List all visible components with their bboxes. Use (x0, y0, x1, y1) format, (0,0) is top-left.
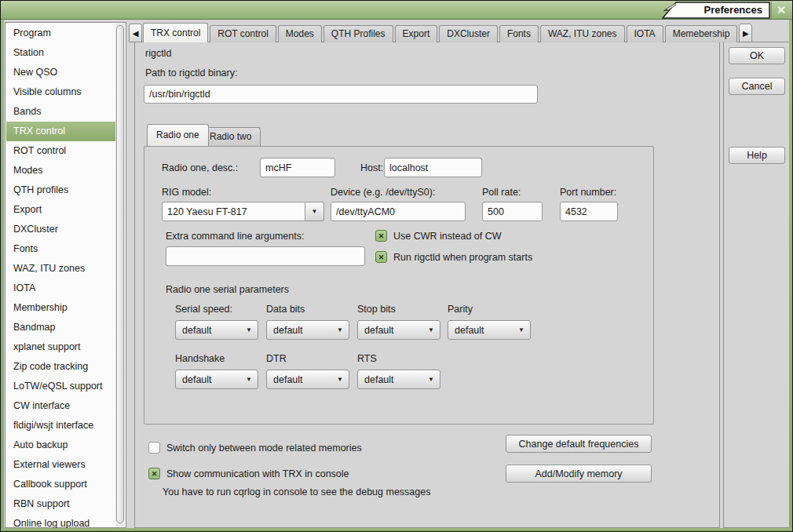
window-title: Preferences (704, 4, 762, 16)
stop-bits-dropdown[interactable]: default▼ (357, 320, 440, 340)
parity-value: default (448, 325, 513, 336)
sidebar-item-new-qso[interactable]: New QSO (6, 63, 116, 82)
sidebar-item-callbook-support[interactable]: Callbook support (6, 475, 116, 494)
sidebar-item-auto-backup[interactable]: Auto backup (6, 435, 116, 455)
device-input[interactable] (331, 202, 466, 221)
sidebar-item-external-viewers[interactable]: External viewers (6, 455, 116, 475)
tab-fonts[interactable]: Fonts (499, 25, 539, 42)
tab-rot-control[interactable]: ROT control (210, 25, 276, 42)
tab-modes[interactable]: Modes (278, 25, 322, 42)
sidebar-item-program[interactable]: Program (6, 24, 116, 43)
stop-bits-value: default (358, 325, 422, 336)
cwr-checkbox[interactable]: ✕ (375, 230, 387, 242)
data-bits-value: default (267, 325, 331, 336)
tab-scroll-right-button[interactable]: ▶ (739, 24, 752, 42)
switch-memories-checkbox-label: Switch only between mode related memorie… (166, 443, 362, 454)
show-comm-checkbox[interactable]: ✕ (148, 468, 160, 479)
pencil-icon (662, 2, 678, 13)
sidebar-item-dxcluster[interactable]: DXCluster (6, 220, 116, 239)
chevron-down-icon: ▼ (331, 376, 349, 383)
sidebar-item-qth-profiles[interactable]: QTH profiles (6, 180, 116, 200)
sidebar-item-station[interactable]: Station (6, 43, 116, 63)
sidebar-item-membership[interactable]: Membership (6, 298, 116, 318)
dtr-label: DTR (266, 353, 287, 364)
rig-model-combo[interactable]: 120 Yaesu FT-817 (162, 202, 305, 221)
tab-waz-itu-zones[interactable]: WAZ, ITU zones (540, 25, 625, 42)
chevron-down-icon: ▼ (240, 376, 258, 383)
rig-model-label: RIG model: (162, 187, 211, 198)
data-bits-label: Data bits (266, 304, 305, 315)
sidebar-item-export[interactable]: Export (6, 200, 116, 220)
dtr-value: default (267, 374, 331, 385)
parity-label: Parity (448, 304, 473, 315)
data-bits-dropdown[interactable]: default▼ (266, 320, 349, 340)
serial-speed-value: default (176, 325, 240, 336)
poll-rate-input[interactable] (482, 202, 543, 221)
ok-button[interactable]: OK (729, 47, 785, 64)
sidebar-item-zip-code-tracking[interactable]: Zip code tracking (6, 357, 116, 377)
rigctld-path-input[interactable] (144, 85, 538, 104)
sidebar-item-trx-control[interactable]: TRX control (6, 122, 116, 141)
sidebar-item-xplanet-support[interactable]: xplanet support (6, 337, 116, 357)
tab-qth-profiles[interactable]: QTH Profiles (323, 25, 393, 42)
sidebar-item-rbn-support[interactable]: RBN support (6, 494, 116, 514)
tab-dxcluster[interactable]: DXCluster (439, 25, 498, 42)
parity-dropdown[interactable]: default▼ (448, 320, 531, 340)
rts-value: default (358, 374, 422, 385)
sidebar: ProgramStationNew QSOVisible columnsBand… (5, 22, 126, 528)
chevron-down-icon: ▼ (331, 326, 349, 333)
chevron-down-icon: ▼ (240, 326, 258, 333)
switch-memories-checkbox-row: Switch only between mode related memorie… (148, 442, 362, 454)
tab-radio-two[interactable]: Radio two (200, 127, 261, 146)
poll-rate-label: Poll rate: (482, 187, 521, 198)
cancel-button[interactable]: Cancel (729, 78, 785, 95)
switch-memories-checkbox[interactable] (148, 442, 160, 454)
show-comm-checkbox-label: Show communication with TRX in console (166, 468, 349, 479)
port-number-input[interactable] (560, 202, 618, 221)
rigctld-section-label: rigctld (145, 48, 171, 59)
radio-one-desc-label: Radio one, desc.: (162, 162, 238, 173)
host-input[interactable] (384, 158, 482, 177)
sidebar-scrollbar[interactable] (115, 24, 125, 527)
tab-radio-one[interactable]: Radio one (147, 124, 209, 146)
sidebar-item-rot-control[interactable]: ROT control (6, 141, 116, 161)
add-modify-memory-button[interactable]: Add/Modify memory (506, 465, 652, 483)
sidebar-item-waz-itu-zones[interactable]: WAZ, ITU zones (6, 259, 116, 279)
sidebar-item-bands[interactable]: Bands (6, 102, 116, 122)
sidebar-item-fldigi-wsjt-interface[interactable]: fldigi/wsjt interface (6, 416, 116, 435)
tab-iota[interactable]: IOTA (627, 25, 663, 42)
rts-label: RTS (357, 353, 377, 364)
tab-export[interactable]: Export (395, 25, 438, 42)
handshake-dropdown[interactable]: default▼ (175, 370, 258, 389)
sidebar-item-modes[interactable]: Modes (6, 161, 116, 180)
sidebar-item-iota[interactable]: IOTA (6, 279, 116, 298)
sidebar-scrollbar-thumb[interactable] (116, 25, 124, 523)
dtr-dropdown[interactable]: default▼ (266, 370, 349, 389)
sidebar-item-bandmap[interactable]: Bandmap (6, 318, 116, 337)
change-default-frequencies-button[interactable]: Change default frequencies (506, 435, 652, 453)
close-button[interactable]: ✕ (771, 2, 791, 19)
handshake-value: default (176, 374, 240, 385)
sidebar-item-lotw-eqsl-support[interactable]: LoTW/eQSL support (6, 377, 116, 396)
tab-trx-control[interactable]: TRX control (143, 23, 208, 42)
radio-one-desc-input[interactable] (260, 158, 335, 177)
sidebar-item-cw-interface[interactable]: CW interface (6, 396, 116, 416)
sidebar-item-visible-columns[interactable]: Visible columns (6, 82, 116, 102)
device-label: Device (e.g. /dev/ttyS0): (331, 187, 435, 198)
action-button-panel (723, 42, 790, 528)
serial-params-title: Radio one serial parameters (166, 284, 289, 295)
rig-model-combo-button[interactable]: ▼ (305, 202, 324, 221)
window-frame-bottom (1, 528, 792, 531)
run-rigctld-checkbox-row: ✕ Run rigctld when program starts (375, 251, 532, 263)
run-rigctld-checkbox[interactable]: ✕ (375, 251, 387, 263)
tab-strip: ◀TRX controlROT controlModesQTH Profiles… (129, 23, 753, 42)
sidebar-item-fonts[interactable]: Fonts (6, 239, 116, 259)
serial-speed-dropdown[interactable]: default▼ (175, 320, 258, 340)
help-button[interactable]: Help (729, 147, 785, 164)
tab-memebership[interactable]: Memebership (665, 25, 738, 42)
tab-scroll-left-button[interactable]: ◀ (129, 24, 142, 42)
extra-args-input[interactable] (166, 246, 365, 266)
path-to-rigctld-label: Path to rigctld binary: (145, 67, 237, 78)
rts-dropdown[interactable]: default▼ (357, 370, 440, 389)
titlebar[interactable]: Preferences ✕ (1, 1, 792, 20)
